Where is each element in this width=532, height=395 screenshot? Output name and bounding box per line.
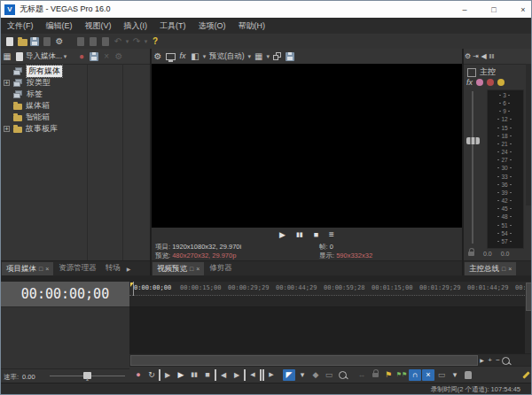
scroll-right-icon[interactable]: ▶ (478, 354, 486, 367)
go-to-start-icon[interactable]: ◀ (215, 369, 230, 381)
tree-item-all-media[interactable]: 所有媒体 (13, 66, 62, 77)
menu-view[interactable]: 视图(V) (79, 18, 118, 34)
pause-icon[interactable]: ▮▮ (188, 369, 200, 381)
pause-icon[interactable]: ▮▮ (296, 231, 303, 238)
minimize-button[interactable]: – (451, 1, 478, 18)
extract-audio-icon[interactable] (88, 50, 100, 63)
quality-dropdown-icon[interactable]: ▾ (246, 50, 253, 63)
fx-plugin-icon[interactable] (487, 79, 494, 86)
import-dropdown-icon[interactable]: ▾ (62, 50, 68, 63)
menu-help[interactable]: 帮助(H) (232, 18, 272, 34)
split-dropdown-icon[interactable]: ▾ (201, 50, 207, 63)
properties-gear-icon[interactable]: ⚙ (53, 35, 66, 48)
envelope-tool-icon[interactable]: ◆ (309, 369, 322, 381)
tree-item-media-bins[interactable]: 媒体箱 (13, 100, 50, 112)
import-media-icon[interactable] (13, 50, 26, 63)
insert-region-icon[interactable]: ⚑⚑ (395, 369, 408, 381)
bus-fx-icon[interactable]: fx (466, 78, 473, 87)
undo-dropdown-icon[interactable]: ▾ (124, 35, 130, 48)
close-tab-icon[interactable]: × (508, 266, 512, 272)
trim-icon[interactable]: ↔ (356, 369, 368, 381)
import-media-button[interactable]: 导入媒体... (26, 51, 62, 62)
mixer-gear-icon[interactable]: ⚙ (464, 50, 472, 63)
save-project-icon[interactable] (28, 35, 41, 48)
selection-tool-icon[interactable]: ▭ (323, 369, 335, 381)
tab-video-preview[interactable]: 视频预览 □ × (152, 261, 205, 275)
project-properties-gear-icon[interactable]: ⚙ (152, 50, 164, 63)
close-tab-icon[interactable]: × (196, 266, 200, 272)
new-project-icon[interactable] (4, 35, 16, 48)
float-window-icon[interactable]: □ (39, 266, 43, 272)
mixer-scrollbar[interactable] (526, 64, 532, 205)
meters-icon[interactable]: ‖‖ (488, 50, 496, 63)
menu-file[interactable]: 文件(F) (1, 18, 40, 34)
play-icon[interactable]: ▶ (279, 230, 286, 239)
float-window-icon[interactable]: □ (190, 266, 193, 272)
timeline-divider[interactable] (1, 275, 531, 282)
tree-item-tags[interactable]: 标签 (13, 89, 43, 100)
track-view[interactable] (129, 307, 525, 353)
speaker-icon[interactable]: ◀ (480, 50, 488, 63)
external-monitor-icon[interactable] (164, 50, 176, 63)
record-icon[interactable]: ● (132, 369, 145, 381)
save-snapshot-icon[interactable] (284, 50, 296, 63)
redo-dropdown-icon[interactable]: ▾ (143, 35, 149, 48)
maximize-button[interactable]: □ (481, 1, 507, 18)
auto-ripple-icon[interactable]: × (422, 369, 434, 381)
normal-edit-tool-icon[interactable]: ◤ (283, 369, 295, 381)
overlays-dropdown-icon[interactable]: ▾ (265, 50, 271, 63)
expand-icon[interactable]: + (4, 126, 10, 132)
fx-plugin-icon[interactable] (476, 79, 483, 86)
tree-item-by-type[interactable]: 按类型 (13, 77, 51, 89)
interactive-tutorials-icon[interactable]: ? (149, 35, 161, 48)
zoom-out-icon[interactable]: − (494, 354, 502, 367)
fader-handle[interactable] (466, 137, 480, 144)
lock-icon[interactable] (468, 252, 474, 256)
loop-playback-icon[interactable]: ↻ (145, 369, 158, 381)
go-to-end-icon[interactable]: ▶ (231, 369, 246, 381)
menu-options[interactable]: 选项(O) (192, 18, 232, 34)
marker-bar[interactable] (129, 296, 525, 307)
play-icon[interactable]: ▶ (175, 369, 187, 381)
bus-icon[interactable] (467, 68, 476, 77)
hscroll-thumb[interactable] (130, 355, 478, 366)
video-display[interactable] (152, 64, 462, 228)
split-screen-icon[interactable]: ◧ (189, 50, 201, 63)
play-from-start-icon[interactable]: ▶ (159, 369, 174, 381)
tab-overflow-button[interactable]: ▶ (125, 262, 133, 275)
zoom-in-icon[interactable]: + (486, 354, 494, 367)
remove-media-icon[interactable]: × (100, 50, 113, 63)
vscroll-thumb[interactable] (526, 283, 532, 311)
close-tab-icon[interactable]: × (45, 266, 49, 272)
open-project-icon[interactable] (16, 35, 28, 48)
redo-icon[interactable]: ↷ (130, 35, 143, 48)
paste-icon[interactable] (99, 35, 112, 48)
tab-transitions[interactable]: 转场 (101, 262, 125, 275)
fx-plugin-icon[interactable] (497, 79, 505, 86)
menu-edit[interactable]: 编辑(E) (40, 18, 79, 34)
previous-frame-icon[interactable]: ◀ (246, 369, 262, 381)
cut-icon[interactable] (74, 35, 87, 48)
preview-quality-selector[interactable]: 预览(自动) (207, 51, 246, 62)
zoom-tool-icon[interactable] (502, 354, 510, 367)
tab-master-bus[interactable]: 主控总线 □ × (464, 261, 517, 275)
next-frame-icon[interactable]: ▶ (262, 369, 278, 381)
video-fx-icon[interactable]: fx (176, 50, 189, 63)
capture-video-icon[interactable]: ● (75, 50, 88, 63)
float-window-icon[interactable]: □ (502, 266, 505, 272)
insert-marker-icon[interactable]: ⚑ (382, 369, 395, 381)
insert-bus-icon[interactable]: ⇥ (472, 50, 480, 63)
tab-trimmer[interactable]: 修剪器 (205, 262, 237, 275)
stop-icon[interactable]: ■ (314, 230, 318, 239)
tree-item-smart-bins[interactable]: 智能箱 (13, 112, 50, 123)
render-as-icon[interactable] (41, 35, 53, 48)
timeline-ruler[interactable]: 0:00:00;00 00:00:15;00 00:00:29;29 00:00… (129, 282, 525, 296)
overlays-grid-icon[interactable]: ▦ (253, 50, 265, 63)
edit-tool-dropdown-icon[interactable]: ▾ (296, 369, 309, 381)
playback-menu-icon[interactable]: ≡ (329, 229, 334, 239)
stop-icon[interactable]: ■ (201, 369, 214, 381)
tree-item-storyboard-bins[interactable]: 故事板库 (13, 123, 58, 135)
event-tool-dropdown-icon[interactable]: ▾ (449, 369, 461, 381)
tab-project-media[interactable]: 项目媒体 □ × (1, 261, 54, 275)
timeline-hscrollbar[interactable]: ▶ + − (129, 353, 532, 367)
